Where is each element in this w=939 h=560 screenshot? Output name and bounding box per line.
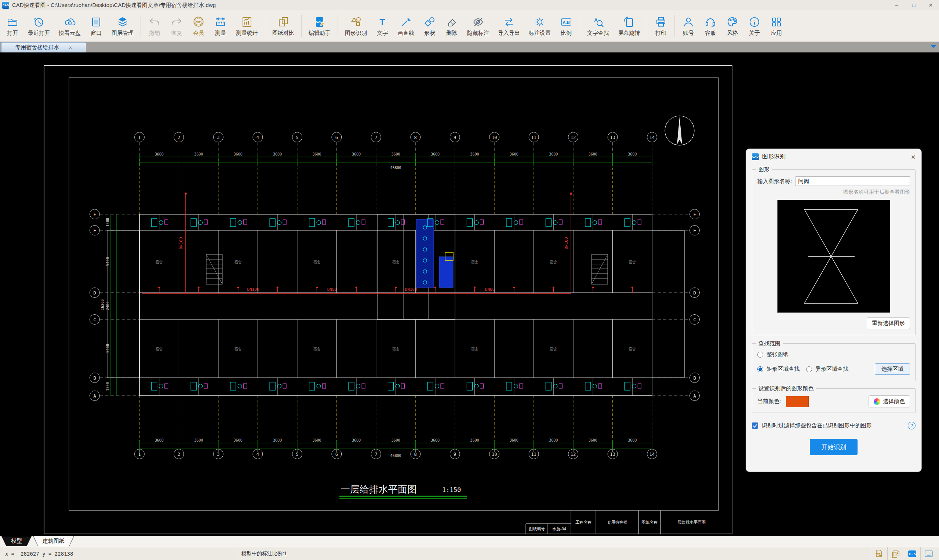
toolbar-apps[interactable]: 应用 xyxy=(765,12,788,40)
toolbar-hide-annotation[interactable]: 隐藏标注 xyxy=(463,12,493,40)
status-bar: x = -282627 y = 228138 模型中的标注比例:1 PDF PD… xyxy=(0,547,939,560)
svg-text:3600: 3600 xyxy=(431,438,439,442)
sheet-tab-model[interactable]: 模型 xyxy=(2,536,32,546)
svg-text:B: B xyxy=(93,375,96,381)
toolbar-redo[interactable]: 恢复 xyxy=(165,12,188,40)
start-recognition-button[interactable]: 开始识别 xyxy=(810,439,857,455)
svg-text:D: D xyxy=(93,291,96,295)
toolbar-compare[interactable]: 图纸对比 xyxy=(268,12,299,40)
color-wheel-icon xyxy=(874,398,880,405)
toolbar-print[interactable]: 打印 xyxy=(650,12,672,40)
frame-view-button[interactable] xyxy=(920,547,937,560)
window-icon xyxy=(89,15,103,29)
toolbar-recent[interactable]: 最近打开 xyxy=(23,12,54,40)
filter-checkbox[interactable] xyxy=(752,423,758,429)
toolbar-delete[interactable]: 删除 xyxy=(441,12,463,40)
svg-text:DN100: DN100 xyxy=(247,287,259,292)
svg-text:1: 1 xyxy=(138,452,140,457)
toolbar-scale-ratio[interactable]: A:B 比例 xyxy=(555,12,577,40)
toolbar-draw-line[interactable]: 画直线 xyxy=(393,12,419,40)
radio-whole-sheet[interactable] xyxy=(757,352,763,358)
headset-icon xyxy=(704,15,717,29)
svg-text:DN80: DN80 xyxy=(485,287,495,292)
svg-text:5400: 5400 xyxy=(106,344,110,353)
batch-export-pdf-button[interactable]: PDF xyxy=(887,547,904,560)
toolbar-layers[interactable]: 图层管理 xyxy=(107,12,138,40)
radio-rect-area-label[interactable]: 矩形区域查找 xyxy=(766,366,800,372)
maximize-button[interactable]: □ xyxy=(905,0,922,10)
help-icon[interactable]: ? xyxy=(908,422,916,429)
radio-poly-area-label[interactable]: 异形区域查找 xyxy=(815,366,848,372)
close-button[interactable]: ✕ xyxy=(922,0,939,10)
grid-bubble xyxy=(90,226,100,235)
valve-symbol xyxy=(804,209,858,303)
title-block: 图纸编号 水施-04 工程名称 专用宿舍楼 图纸名称 一层给排水平面图 xyxy=(526,511,706,534)
svg-text:图纸编号: 图纸编号 xyxy=(529,527,545,531)
toolbar-shapes[interactable]: 形状 xyxy=(419,12,441,40)
toolbar-vip[interactable]: VIP 会员 xyxy=(188,12,210,40)
document-tab-label: 专用宿舍楼给排水 xyxy=(15,44,59,51)
toolbar-find-text[interactable]: A 文字查找 xyxy=(583,12,614,40)
svg-text:VIP: VIP xyxy=(196,20,202,23)
north-arrow xyxy=(665,116,694,145)
toolbar-measure[interactable]: 测量 xyxy=(210,12,231,40)
plumbing-fixture xyxy=(191,218,196,227)
grid-bubble xyxy=(690,373,700,383)
pdf-to-dwg-button[interactable]: P→D xyxy=(904,547,920,560)
filter-checkbox-label[interactable]: 识别时过滤掉那些包含在已识别图形中的图形 xyxy=(762,422,872,429)
main-toolbar: 打开 最近打开 快看云盘 窗口 图层管理 撤销 恢复 VIP 会员 测量 xyxy=(0,10,939,42)
plumbing-fixture xyxy=(151,218,157,227)
toolbar-edit-assistant[interactable]: CAD 编辑助手 xyxy=(304,12,335,40)
toolbar-separator xyxy=(647,15,647,37)
color-group: 设置识别后的图形颜色 当前颜色: 选择颜色 xyxy=(752,388,916,413)
toolbar-account[interactable]: 账号 xyxy=(677,12,699,40)
tab-close-icon[interactable]: × xyxy=(69,45,72,51)
toolbar-import-export[interactable]: 导入导出 xyxy=(493,12,524,40)
svg-text:A: A xyxy=(693,394,696,398)
toolbar-style[interactable]: 风格 xyxy=(722,12,743,40)
shape-name-input[interactable] xyxy=(796,176,910,186)
svg-text:3600: 3600 xyxy=(194,438,203,442)
toolbar-rotate-screen[interactable]: 屏幕旋转 xyxy=(614,12,645,40)
radio-poly-area[interactable] xyxy=(806,366,812,372)
grid-bubble xyxy=(213,132,223,142)
pick-color-button[interactable]: 选择颜色 xyxy=(868,395,910,408)
measure-stats-icon xyxy=(241,15,254,29)
reselect-shape-button[interactable]: 重新选择图形 xyxy=(867,317,910,329)
grid-bubble xyxy=(90,315,100,325)
svg-text:水施-04: 水施-04 xyxy=(552,527,566,531)
toolbar-text[interactable]: T 文字 xyxy=(372,12,393,40)
svg-text:P→D: P→D xyxy=(908,553,916,556)
toolbar-shape-recognition[interactable]: 图形识别 xyxy=(341,12,372,40)
status-separator xyxy=(238,549,238,558)
radio-rect-area[interactable] xyxy=(757,366,763,372)
svg-text:3600: 3600 xyxy=(234,152,242,156)
svg-text:3600: 3600 xyxy=(194,152,203,156)
svg-text:16200: 16200 xyxy=(100,299,105,310)
tab-list-dropdown-icon[interactable] xyxy=(931,45,936,48)
rotate-screen-icon xyxy=(622,15,635,29)
document-tab[interactable]: 专用宿舍楼给排水 × xyxy=(1,42,86,52)
toolbar-cloud[interactable]: 快看云盘 xyxy=(54,12,85,40)
plumbing-fixture xyxy=(348,218,354,227)
toolbar-window[interactable]: 窗口 xyxy=(85,12,107,40)
svg-text:6: 6 xyxy=(335,135,338,140)
compare-sheets-icon xyxy=(277,15,290,29)
toolbar-undo[interactable]: 撤销 xyxy=(143,12,165,40)
select-area-button[interactable]: 选择区域 xyxy=(875,363,910,375)
minimize-button[interactable]: – xyxy=(888,0,905,10)
dialog-close-icon[interactable]: × xyxy=(911,153,916,161)
svg-text:专用宿舍楼: 专用宿舍楼 xyxy=(607,520,628,525)
svg-text:T: T xyxy=(379,17,385,27)
grid-bubble xyxy=(690,288,700,298)
radio-whole-sheet-label[interactable]: 整张图纸 xyxy=(766,351,789,358)
toolbar-about[interactable]: 关于 xyxy=(743,12,765,40)
sheet-tab-architecture[interactable]: 建筑图纸 xyxy=(33,536,74,546)
open-folder-icon xyxy=(6,15,19,29)
export-pdf-button[interactable]: PDF xyxy=(871,547,887,560)
toolbar-annotation-settings[interactable]: 标注设置 xyxy=(524,12,555,40)
sheet-tab-arch-wrap: 建筑图纸 xyxy=(33,536,74,546)
toolbar-support[interactable]: 客服 xyxy=(699,12,722,40)
toolbar-open[interactable]: 打开 xyxy=(2,12,23,40)
toolbar-measure-stats[interactable]: 测量统计 xyxy=(231,12,262,40)
